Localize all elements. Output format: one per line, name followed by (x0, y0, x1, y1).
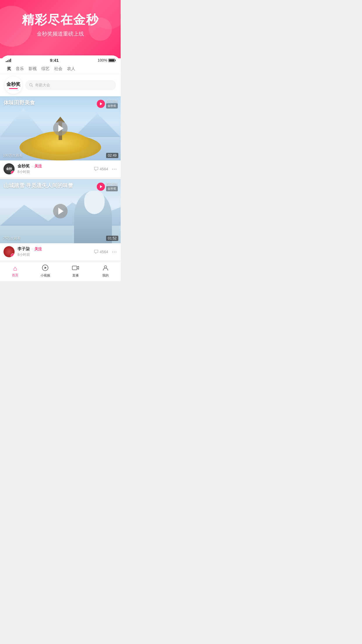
author-name-1: 金秒奖 (17, 164, 30, 169)
nav-label-shortvideo: 小视频 (41, 273, 50, 278)
comment-count-2[interactable]: 4564 (94, 249, 108, 254)
tab-farmer[interactable]: 农人 (65, 65, 78, 73)
video-info-row-1: 金秒 ✓ 金秒奖 · 关注 8小时前 4564 ⋯ (0, 160, 121, 179)
svg-marker-3 (45, 267, 47, 269)
search-icon (29, 83, 33, 87)
status-right: 100% (98, 58, 115, 62)
view-count-1: 100万次观看 (3, 153, 23, 158)
verified-badge-2: ✓ (11, 253, 15, 257)
phone-screen: 9:41 100% 奖 音乐 影视 综艺 社会 农人 金秒奖 (0, 55, 121, 281)
logo-underline (9, 88, 18, 89)
xigua-logo (97, 100, 105, 108)
avatar-1[interactable]: 金秒 ✓ (3, 163, 15, 174)
svg-rect-4 (72, 266, 77, 270)
home-icon: ⌂ (13, 265, 17, 272)
play-svg (42, 265, 48, 271)
svg-marker-5 (77, 266, 79, 269)
video-time-2: 8小时前 (17, 252, 91, 257)
nav-label-home: 首页 (12, 273, 18, 277)
signal-bar-4 (10, 59, 11, 62)
phone-wrapper: 精彩尽在金秒 金秒奖频道重磅上线 9:41 100% 奖 音乐 影视 (0, 0, 121, 281)
watermark-play-icon-2 (100, 185, 102, 188)
camera-icon (72, 265, 79, 273)
signal-bar-3 (9, 60, 10, 62)
battery-icon (108, 59, 115, 62)
tab-variety[interactable]: 综艺 (39, 65, 52, 73)
video-card-1: 体味田野美食 西瓜视频 金秒奖 100万次观看 02:49 (0, 96, 121, 160)
jinsec-badge-2: 金秒奖 (106, 186, 118, 191)
video-time-1: 8小时前 (17, 169, 91, 174)
view-count-2: 75万次观看 (3, 236, 21, 241)
author-name-2: 李子柒 (17, 246, 30, 252)
logo-circle: 金秒奖 (5, 76, 22, 94)
tab-award[interactable]: 奖 (5, 65, 13, 73)
verified-badge-1: ✓ (11, 171, 15, 174)
author-row-1: 金秒奖 · 关注 (17, 164, 91, 169)
comment-icon-2 (94, 249, 99, 254)
video-actions-1: 4564 ⋯ (94, 166, 117, 172)
play-button-2[interactable] (53, 204, 68, 218)
play-triangle-1 (58, 125, 64, 132)
xigua-logo-2 (97, 183, 105, 191)
comment-count-1[interactable]: 4564 (94, 167, 108, 171)
jinsec-badge-1: 金秒奖 (106, 103, 118, 108)
duration-badge-1: 02:49 (106, 153, 118, 158)
play-icon (42, 265, 48, 273)
nav-item-shortvideo[interactable]: 小视频 (30, 265, 61, 278)
snow-figure (71, 185, 112, 243)
video-thumbnail-1[interactable]: 体味田野美食 西瓜视频 金秒奖 100万次观看 02:49 (0, 96, 121, 160)
search-placeholder: 奇葩大会 (35, 83, 50, 88)
video-meta-2: 李子柒 · 关注 8小时前 (15, 246, 94, 257)
camera-svg (72, 265, 79, 271)
hero-subtitle: 金秒奖频道重磅上线 (6, 30, 115, 37)
nav-tabs: 奖 音乐 影视 综艺 社会 农人 (0, 64, 121, 74)
comment-number-1: 4564 (100, 167, 108, 171)
video-title-2: 山城踏雪 寻觅遗失人间的味蕾 (3, 182, 73, 189)
author-row-2: 李子柒 · 关注 (17, 246, 91, 252)
video-info-row-2: ✓ 李子柒 · 关注 8小时前 4564 ⋯ (0, 243, 121, 262)
logo-text: 金秒奖 (6, 81, 20, 88)
comment-number-2: 4564 (100, 250, 108, 254)
video-meta-1: 金秒奖 · 关注 8小时前 (15, 164, 94, 174)
video-thumbnail-2[interactable]: 山城踏雪 寻觅遗失人间的味蕾 西瓜视频 金秒奖 75万次观看 01:52 (0, 179, 121, 243)
signal-bar-1 (6, 61, 7, 62)
play-triangle-2 (58, 208, 64, 215)
watermark-1: 西瓜视频 金秒奖 (97, 99, 118, 108)
avatar-2[interactable]: ✓ (3, 246, 15, 257)
watermark-brand-2: 西瓜视频 (106, 182, 118, 186)
avatar-text-1: 金秒 (6, 167, 12, 171)
watermark-play-icon (100, 102, 102, 105)
play-button-1[interactable] (53, 121, 68, 136)
video-title-1: 体味田野美食 (3, 99, 35, 106)
tab-society[interactable]: 社会 (52, 65, 65, 73)
bottom-nav: ⌂ 首页 小视频 直播 (0, 262, 121, 281)
battery-fill (109, 59, 114, 62)
watermark-brand-1: 西瓜视频 (106, 99, 118, 103)
duration-badge-2: 01:52 (106, 236, 118, 241)
signal-bar-2 (7, 60, 8, 62)
nav-item-live[interactable]: 直播 (60, 265, 91, 278)
follow-btn-2[interactable]: 关注 (34, 246, 42, 252)
svg-point-6 (104, 266, 107, 268)
logo-search-row: 金秒奖 奇葩大会 (0, 74, 121, 96)
nav-label-live: 直播 (72, 273, 79, 278)
comment-icon-1 (94, 167, 99, 171)
follow-btn-1[interactable]: 关注 (34, 164, 42, 169)
tab-film[interactable]: 影视 (26, 65, 39, 73)
battery-percent: 100% (98, 58, 107, 62)
nav-item-home[interactable]: ⌂ 首页 (0, 265, 30, 277)
video-actions-2: 4564 ⋯ (94, 249, 117, 255)
video-card-2: 山城踏雪 寻觅遗失人间的味蕾 西瓜视频 金秒奖 75万次观看 01:52 (0, 179, 121, 243)
svg-line-1 (32, 86, 33, 87)
tab-music[interactable]: 音乐 (13, 65, 26, 73)
search-bar[interactable]: 奇葩大会 (25, 80, 116, 90)
hero-banner: 精彩尽在金秒 金秒奖频道重磅上线 (0, 0, 121, 58)
user-icon (102, 265, 109, 273)
nav-item-mine[interactable]: 我的 (91, 265, 121, 278)
nav-label-mine: 我的 (102, 273, 109, 278)
user-svg (102, 265, 109, 271)
more-btn-1[interactable]: ⋯ (112, 166, 117, 172)
more-btn-2[interactable]: ⋯ (112, 249, 117, 255)
status-bar: 9:41 100% (0, 55, 121, 64)
status-time: 9:41 (50, 58, 59, 63)
